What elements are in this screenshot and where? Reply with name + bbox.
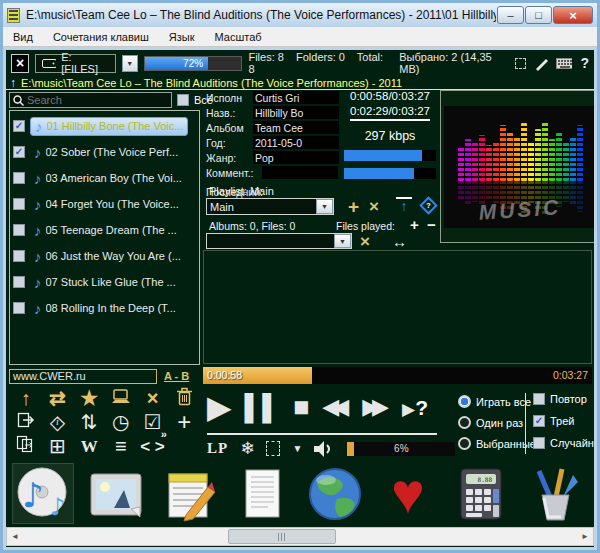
checkbox-icon[interactable] bbox=[533, 393, 545, 405]
play-button[interactable]: ▶ bbox=[207, 391, 232, 423]
computer-icon[interactable] bbox=[110, 387, 132, 410]
minimize-button[interactable]: – bbox=[497, 6, 524, 24]
export-file-icon[interactable] bbox=[15, 411, 37, 434]
more-dropdown-icon[interactable]: ▼ bbox=[292, 443, 302, 454]
track-row[interactable]: ♪03 American Boy (The Voi... bbox=[13, 167, 196, 189]
ab-loop-link[interactable]: A - B bbox=[164, 370, 189, 382]
checkbox-icon[interactable] bbox=[533, 437, 545, 449]
track-checkbox[interactable]: ✓ bbox=[13, 146, 25, 158]
track-list[interactable]: ✓ ♪01 Hillbilly Bone (The Voic... ✓ ♪02 … bbox=[9, 110, 200, 365]
track-checkbox[interactable] bbox=[13, 250, 25, 262]
menu-view[interactable]: Вид bbox=[13, 31, 33, 43]
info-icon[interactable]: ◇i bbox=[50, 412, 65, 432]
calculator-icon[interactable]: 8.88 bbox=[450, 463, 512, 524]
copy-files-icon[interactable] bbox=[15, 434, 37, 458]
title-bar[interactable]: E:\music\Team Cee Lo – The Blind Auditio… bbox=[3, 3, 597, 27]
track-row[interactable]: ✓ ♪02 Sober (The Voice Perf... bbox=[13, 141, 196, 163]
album-filter-select[interactable]: ▼ bbox=[206, 233, 352, 249]
pen-icon[interactable] bbox=[534, 56, 548, 71]
track-checkbox[interactable] bbox=[13, 276, 25, 288]
horizontal-scrollbar[interactable]: ◄ ► bbox=[6, 527, 594, 546]
track-checkbox[interactable] bbox=[13, 198, 25, 210]
rewind-button[interactable]: ◀◀ bbox=[322, 396, 349, 418]
search-input[interactable] bbox=[25, 94, 171, 106]
option-tray[interactable]: ✓Трей bbox=[533, 414, 594, 427]
add-folder-icon[interactable]: ⊞ bbox=[49, 436, 66, 456]
radio-icon[interactable] bbox=[458, 395, 471, 408]
pens-icon[interactable] bbox=[523, 463, 585, 524]
play-query-button[interactable]: ▶? bbox=[402, 397, 428, 418]
track-row[interactable]: ♪07 Stuck Like Glue (The ... bbox=[13, 271, 196, 293]
search-all-checkbox[interactable] bbox=[177, 94, 189, 106]
playlist-select[interactable]: Main ▼ bbox=[206, 198, 334, 215]
music-player-icon[interactable]: ♪♪ bbox=[12, 463, 74, 524]
remove-icon[interactable]: × bbox=[147, 388, 159, 408]
stop-button[interactable]: ■ bbox=[293, 394, 309, 421]
pause-button[interactable]: ▌▌ bbox=[245, 395, 280, 420]
image-viewer-icon[interactable] bbox=[85, 463, 147, 524]
favorite-icon[interactable]: ★ bbox=[80, 388, 98, 408]
album-filter-dropdown-button[interactable]: ▼ bbox=[334, 234, 351, 248]
album-filter-clear-button[interactable]: × bbox=[360, 233, 370, 250]
wiki-icon[interactable]: W bbox=[81, 438, 98, 455]
menu-language[interactable]: Язык bbox=[169, 31, 195, 43]
option-random[interactable]: Случайн bbox=[533, 436, 594, 449]
notepad-icon[interactable] bbox=[158, 463, 220, 524]
scrollbar-thumb[interactable] bbox=[228, 529, 336, 544]
drive-dropdown-button[interactable]: ▼ bbox=[122, 55, 138, 72]
track-row[interactable]: ♪08 Rolling In the Deep (T... bbox=[13, 297, 196, 319]
playlist-dropdown-button[interactable]: ▼ bbox=[316, 199, 333, 214]
add-icon[interactable]: + bbox=[177, 410, 191, 434]
played-minus-button[interactable]: − bbox=[427, 216, 436, 233]
random-play-icon[interactable]: ? bbox=[419, 196, 437, 214]
track-checkbox[interactable] bbox=[13, 224, 25, 236]
search-field[interactable] bbox=[9, 92, 172, 108]
radio-icon[interactable] bbox=[458, 416, 471, 429]
scrollbar-track[interactable] bbox=[23, 528, 577, 545]
speaker-icon[interactable] bbox=[314, 441, 335, 457]
scroll-right-arrow[interactable]: ► bbox=[577, 532, 593, 541]
checklist-icon[interactable]: ☑ bbox=[144, 412, 162, 432]
radio-icon[interactable] bbox=[458, 437, 471, 450]
swap-icon[interactable]: ↔ bbox=[392, 233, 407, 250]
trash-icon[interactable] bbox=[175, 386, 194, 410]
track-row[interactable]: ✓ ♪01 Hillbilly Bone (The Voic... bbox=[13, 115, 196, 137]
list-menu-icon[interactable]: ≡ bbox=[115, 436, 127, 456]
close-button[interactable]: × bbox=[553, 6, 593, 24]
film-frame-icon[interactable] bbox=[266, 441, 280, 456]
up-folder-icon[interactable]: ↑ bbox=[10, 76, 16, 90]
playlist-remove-button[interactable]: × bbox=[369, 198, 379, 215]
maximize-button[interactable]: □ bbox=[525, 6, 552, 24]
volume-bar[interactable]: 6% bbox=[347, 442, 455, 456]
track-checkbox[interactable]: ✓ bbox=[13, 120, 25, 132]
scroll-top-button[interactable]: ↑ bbox=[396, 197, 412, 214]
option-repeat[interactable]: Повтор bbox=[533, 392, 594, 405]
site-field[interactable] bbox=[9, 369, 157, 384]
track-row[interactable]: ♪04 Forget You (The Voice... bbox=[13, 193, 196, 215]
track-row[interactable]: ♪05 Teenage Dream (The ... bbox=[13, 219, 196, 241]
clock-icon[interactable]: ◷ bbox=[112, 412, 129, 432]
track-checkbox[interactable] bbox=[13, 302, 25, 314]
menu-shortcuts[interactable]: Сочетания клавиш bbox=[53, 31, 149, 43]
keyboard-icon[interactable] bbox=[556, 58, 573, 69]
menu-scale[interactable]: Масштаб bbox=[214, 31, 261, 43]
selection-rect-icon[interactable] bbox=[515, 58, 525, 69]
track-row[interactable]: ♪06 Just the Way You Are (... bbox=[13, 245, 196, 267]
scroll-left-arrow[interactable]: ◄ bbox=[7, 532, 23, 541]
track-checkbox[interactable] bbox=[13, 172, 25, 184]
played-plus-button[interactable]: + bbox=[410, 216, 419, 233]
reload-icon[interactable]: ⇄ bbox=[49, 388, 66, 408]
freeze-icon[interactable]: ❄ bbox=[240, 438, 254, 459]
help-button[interactable]: ? bbox=[580, 55, 589, 71]
lp-button[interactable]: LP bbox=[207, 440, 228, 457]
browser-icon[interactable] bbox=[304, 463, 366, 524]
clear-selection-button[interactable]: × bbox=[11, 54, 29, 73]
checkbox-icon[interactable]: ✓ bbox=[533, 415, 545, 427]
forward-button[interactable]: ▶▶ bbox=[362, 396, 389, 418]
favorites-icon[interactable]: ♥ bbox=[377, 463, 439, 524]
drive-selector[interactable]: E: [FILES] bbox=[35, 54, 115, 73]
ab-range-icon[interactable]: < >» bbox=[140, 438, 165, 455]
documents-icon[interactable] bbox=[231, 463, 293, 524]
move-up-icon[interactable]: ↑ bbox=[21, 388, 31, 408]
playlist-add-button[interactable]: + bbox=[348, 197, 359, 216]
